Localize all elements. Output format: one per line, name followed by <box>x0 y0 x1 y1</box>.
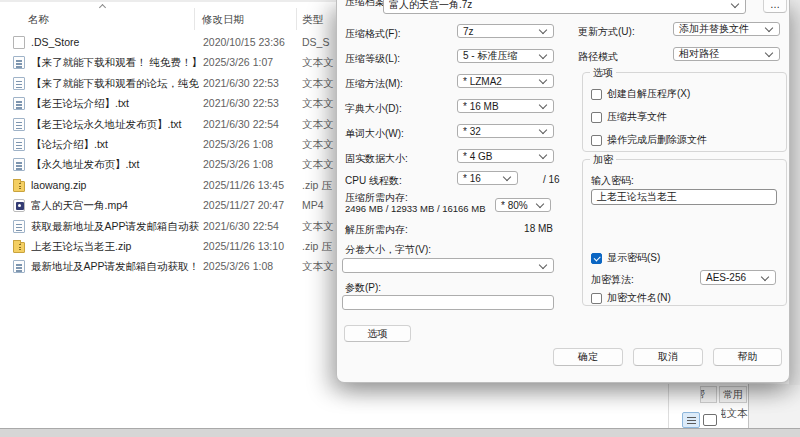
cpu-threads-max: / 16 <box>543 174 560 185</box>
field-select[interactable]: * 16 MB <box>457 99 554 113</box>
zip-file-icon <box>13 179 26 192</box>
file-row[interactable]: 【老王论坛永久地址发布页】.txt2021/6/30 22:54文本文 <box>0 115 336 135</box>
field-select[interactable]: * 4 GB <box>457 149 554 163</box>
column-separator[interactable] <box>194 8 195 30</box>
encryption-group: 加密 输入密码: 上老王论坛当老王 显示密码(S) 加密算法: AES-256 … <box>582 159 787 306</box>
file-file-icon <box>13 36 26 49</box>
update-mode-label: 更新方式(U): <box>578 25 635 39</box>
parameters-input[interactable] <box>342 295 554 310</box>
encryption-method-select[interactable]: AES-256 <box>700 270 776 285</box>
options-button[interactable]: 选项 <box>344 325 411 342</box>
background-window-edge <box>748 384 749 428</box>
decompress-memory-value: 18 MB <box>495 223 553 234</box>
password-input[interactable]: 上老王论坛当老王 <box>591 189 777 205</box>
memory-percent-select[interactable]: * 80% <box>495 198 551 212</box>
archive-name-value: 富人的天宫一角.7z <box>389 0 472 12</box>
file-date: 2025/11/26 13:10 <box>203 240 284 252</box>
file-row[interactable]: 最新地址及APP请发邮箱自动获取！！！....2025/3/26 1:08文本文 <box>0 257 336 277</box>
txt-file-icon <box>13 56 26 69</box>
field-label: 单词大小(W): <box>345 127 404 141</box>
file-date: 2020/10/15 23:36 <box>203 36 285 48</box>
option-checkbox[interactable]: 创建自解压程序(X) <box>591 87 690 101</box>
file-date: 2025/3/26 1:08 <box>203 158 273 170</box>
explorer-bottom-bar <box>0 428 800 437</box>
archive-name-input[interactable]: 富人的天宫一角.7z <box>383 0 746 14</box>
encryption-group-title: 加密 <box>590 153 616 167</box>
background-window-panel <box>749 384 800 428</box>
file-type: 文本文 <box>302 97 336 111</box>
encryption-method-label: 加密算法: <box>591 273 634 287</box>
details-view-icon[interactable] <box>682 412 700 428</box>
column-separator[interactable] <box>296 8 297 30</box>
file-row[interactable]: laowang.zip2025/11/26 13:45.zip 压 <box>0 176 336 196</box>
file-name: 最新地址及APP请发邮箱自动获取！！！.... <box>31 260 199 274</box>
thumbnail-view-icon[interactable] <box>703 414 717 426</box>
ribbon-tab-partial[interactable]: 帮 <box>700 386 717 403</box>
field-label: 固实数据大小: <box>345 152 408 166</box>
column-header-type[interactable]: 类型 <box>302 13 323 27</box>
field-label: 压缩等级(L): <box>345 52 400 66</box>
file-date: 2021/6/30 22:54 <box>203 118 279 130</box>
background-window-edge <box>668 384 669 428</box>
field-label: 压缩方法(M): <box>345 77 403 91</box>
file-date: 2025/11/26 13:45 <box>203 179 284 191</box>
sort-ascending-icon[interactable] <box>100 5 106 11</box>
file-name: 【老王论坛介绍】.txt <box>31 97 199 111</box>
file-row[interactable]: 【永久地址发布页】.txt2025/3/26 1:08文本文 <box>0 155 336 175</box>
file-row[interactable]: 上老王论坛当老王.zip2025/11/26 13:10.zip 压 <box>0 237 336 257</box>
file-row[interactable]: 【来了就能下载和观看！ 纯免费！】.txt2025/3/26 1:07文本文 <box>0 53 336 73</box>
file-name: 【论坛介绍】.txt <box>31 138 199 152</box>
file-date: 2025/3/26 1:08 <box>203 260 273 272</box>
help-button[interactable]: 帮助 <box>713 348 782 366</box>
file-type: 文本文 <box>302 138 336 152</box>
txt-file-icon <box>13 158 26 171</box>
ribbon-tab-changyong[interactable]: 常用 <box>719 386 747 403</box>
cpu-threads-select[interactable]: * 16 <box>457 171 518 185</box>
volume-size-input[interactable] <box>342 258 554 273</box>
column-header-name[interactable]: 名称 <box>28 13 49 27</box>
file-date: 2025/3/26 1:07 <box>203 56 273 68</box>
update-mode-select[interactable]: 添加并替换文件 <box>673 22 780 36</box>
show-password-checkbox[interactable]: 显示密码(S) <box>591 251 660 265</box>
statusbar-text: 纯文本 <box>721 407 748 421</box>
file-date: 2021/6/30 22:53 <box>203 77 279 89</box>
cancel-button[interactable]: 取消 <box>633 348 703 366</box>
file-type: MP4 <box>302 199 336 211</box>
file-name: 富人的天宫一角.mp4 <box>31 199 199 213</box>
checkbox-icon <box>591 89 602 100</box>
toolbar-edge <box>0 0 336 2</box>
file-row[interactable]: .DS_Store2020/10/15 23:36DS_S <box>0 33 336 53</box>
file-type: .zip 压 <box>302 240 336 254</box>
txt-file-icon <box>13 118 26 131</box>
column-header-date[interactable]: 修改日期 <box>202 13 244 27</box>
cpu-threads-label: CPU 线程数: <box>345 174 402 188</box>
field-select[interactable]: 7z <box>457 24 554 38</box>
txt-file-icon <box>13 220 26 233</box>
file-row[interactable]: 【老王论坛介绍】.txt2021/6/30 22:53文本文 <box>0 94 336 114</box>
file-row[interactable]: 【论坛介绍】.txt2025/3/26 1:08文本文 <box>0 135 336 155</box>
txt-file-icon <box>13 97 26 110</box>
file-name: .DS_Store <box>31 36 199 48</box>
file-row[interactable]: 富人的天宫一角.mp42025/11/27 20:47MP4 <box>0 196 336 216</box>
file-type: 文本文 <box>302 77 336 91</box>
ok-button[interactable]: 确定 <box>553 348 623 366</box>
file-list: .DS_Store2020/10/15 23:36DS_S【来了就能下载和观看！… <box>0 33 336 278</box>
file-name: laowang.zip <box>31 179 199 191</box>
add-to-archive-dialog: 压缩档案(A): 富人的天宫一角.7z … 压缩格式(F):7z压缩等级(L):… <box>336 0 790 383</box>
path-mode-select[interactable]: 相对路径 <box>673 47 780 61</box>
field-select[interactable]: * LZMA2 <box>457 74 554 88</box>
field-select[interactable]: 5 - 标准压缩 <box>457 49 554 63</box>
browse-button[interactable]: … <box>763 0 787 13</box>
file-type: 文本文 <box>302 260 336 274</box>
file-row[interactable]: 获取最新地址及APP请发邮箱自动获取.txt2021/6/30 22:54文本文 <box>0 217 336 237</box>
file-name: 【永久地址发布页】.txt <box>31 158 199 172</box>
field-select[interactable]: * 32 <box>457 124 554 138</box>
encrypt-filenames-checkbox[interactable]: 加密文件名(N) <box>591 291 671 305</box>
password-label: 输入密码: <box>591 174 634 188</box>
file-row[interactable]: 【来了就能下载和观看的论坛，纯免费！ ...2021/6/30 22:53文本文 <box>0 74 336 94</box>
file-type: .zip 压 <box>302 179 336 193</box>
txt-file-icon <box>13 138 26 151</box>
path-mode-label: 路径模式 <box>578 50 618 64</box>
option-checkbox[interactable]: 操作完成后删除源文件 <box>591 133 707 147</box>
option-checkbox[interactable]: 压缩共享文件 <box>591 110 667 124</box>
